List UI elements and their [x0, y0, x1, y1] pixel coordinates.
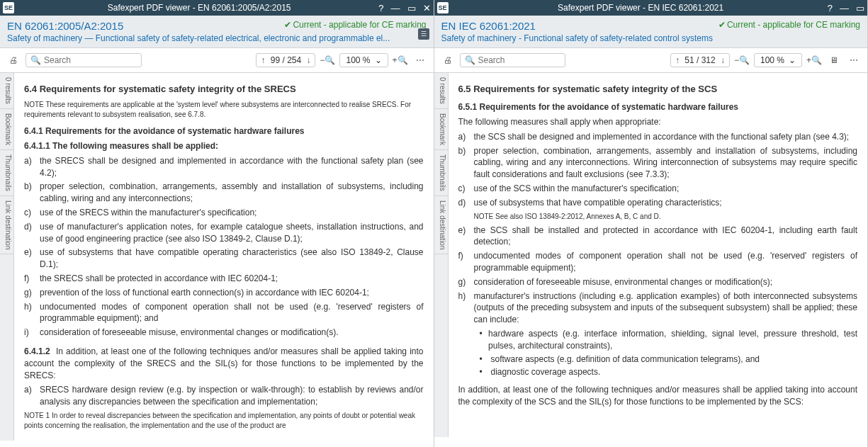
list-item: f)undocumented modes of component operat…	[458, 250, 858, 274]
app-logo-icon: SE	[3, 2, 14, 13]
tab-link-destination[interactable]: Link destination	[434, 196, 448, 255]
list-item: a)the SRECS shall be designed and implem…	[24, 155, 424, 179]
list-item: g)prevention of the loss of functional e…	[24, 287, 424, 299]
page-indicator: 51 / 312	[682, 55, 718, 65]
page-up-icon[interactable]: ↑	[261, 55, 265, 65]
list-item: b)proper selection, combination, arrange…	[24, 181, 424, 205]
doc-header-right: EN IEC 62061:2021 Safety of machinery - …	[434, 16, 868, 48]
list-item: d)use of subsystems that have compatible…	[458, 197, 858, 209]
heading: 6.4.1.1 The following measures shall be …	[24, 140, 424, 152]
list-item: f)the SRECS shall be protected in accord…	[24, 273, 424, 285]
zoom-out-icon[interactable]: −🔍	[320, 52, 335, 68]
tab-bookmark[interactable]: Bookmark	[0, 109, 13, 150]
paragraph: In addition, at least one of the followi…	[458, 384, 858, 408]
more-icon[interactable]: ⋯	[412, 52, 428, 68]
more-icon[interactable]: ⋯	[846, 52, 862, 68]
list-item: c)use of the SCS within the manufacturer…	[458, 183, 858, 195]
zoom-select[interactable]: 100 % ⌄	[754, 53, 802, 67]
tab-bookmark[interactable]: Bookmark	[434, 109, 448, 150]
list-item: h)manufacturer's instructions (including…	[458, 290, 858, 326]
panel-menu-icon[interactable]: ☰	[418, 28, 429, 40]
titlebar-right: SE Safexpert PDF viewer - EN IEC 62061:2…	[434, 0, 868, 16]
list-item: e)use of subsystems that have compatible…	[24, 247, 424, 271]
print-button[interactable]: 🖨	[6, 52, 21, 68]
list-item: a)SRECS hardware design review (e.g. by …	[24, 384, 424, 408]
side-tabs-right: 0 results Bookmark Thumbnails Link desti…	[434, 73, 449, 437]
check-icon: ✔	[284, 20, 291, 30]
note: NOTE 1 In order to reveal discrepancies …	[24, 411, 424, 431]
bullet-item: •hardware aspects (e.g. interface inform…	[480, 328, 858, 352]
search-icon: 🔍	[30, 55, 41, 65]
page-nav: ↑ 99 / 254 ↓	[256, 53, 315, 67]
list-item: e)the SCS shall be installed and protect…	[458, 225, 858, 249]
side-tabs-left: 0 results Bookmark Thumbnails Link desti…	[0, 73, 14, 441]
maximize-icon[interactable]: ▭	[856, 3, 864, 13]
heading: 6.4 Requirements for systematic safety i…	[24, 83, 424, 96]
standard-subtitle: Safety of machinery — Functional safety …	[7, 33, 404, 43]
zoom-value: 100 %	[346, 55, 370, 65]
h-scrollbar[interactable]	[434, 437, 868, 447]
list-item: a)the SCS shall be designed and implemen…	[458, 131, 858, 143]
page-down-icon[interactable]: ↓	[721, 55, 725, 65]
close-icon[interactable]: ✕	[423, 3, 431, 13]
titlebar-left: SE Safexpert PDF viewer - EN 62061:2005/…	[0, 0, 434, 16]
maximize-icon[interactable]: ▭	[407, 3, 416, 13]
search-icon: 🔍	[465, 55, 475, 65]
monitor-icon[interactable]: 🖥	[826, 52, 842, 68]
chevron-down-icon: ⌄	[375, 55, 382, 65]
list-item: b)proper selection, combination, arrange…	[458, 145, 858, 181]
zoom-in-icon[interactable]: +🔍	[806, 52, 822, 68]
check-icon: ✔	[718, 20, 726, 30]
search-input[interactable]	[478, 55, 561, 65]
minimize-icon[interactable]: —	[391, 3, 400, 13]
app-left: SE Safexpert PDF viewer - EN 62061:2005/…	[0, 0, 434, 447]
zoom-select[interactable]: 100 % ⌄	[339, 53, 388, 67]
doc-header-left: EN 62061:2005/A2:2015 Safety of machiner…	[0, 16, 434, 48]
app-logo-icon: SE	[437, 2, 449, 13]
list-item: g)consideration of foreseeable misuse, e…	[458, 276, 858, 288]
zoom-out-icon[interactable]: −🔍	[734, 52, 750, 68]
paragraph: 6.4.1.2 In addition, at least one of the…	[24, 346, 424, 381]
search-input-wrap[interactable]: 🔍	[460, 53, 566, 67]
status-text: Current - applicable for CE marking	[293, 20, 426, 30]
document-content-right[interactable]: 6.5 Requirements for systematic safety i…	[449, 73, 868, 437]
zoom-value: 100 %	[760, 55, 784, 65]
status-badge: ✔Current - applicable for CE marking	[284, 20, 426, 30]
page-down-icon[interactable]: ↓	[306, 55, 310, 65]
heading: 6.4.1 Requirements for the avoidance of …	[24, 125, 424, 137]
tab-results[interactable]: 0 results	[434, 73, 448, 109]
tab-link-destination[interactable]: Link destination	[0, 196, 13, 255]
tab-thumbnails[interactable]: Thumbnails	[434, 150, 448, 196]
heading: 6.5 Requirements for systematic safety i…	[458, 83, 858, 96]
toolbar-left: 🖨 🔍 ↑ 99 / 254 ↓ −🔍 100 % ⌄ +🔍 ⋯	[0, 48, 434, 73]
zoom-in-icon[interactable]: +🔍	[393, 52, 408, 68]
chevron-down-icon: ⌄	[789, 55, 796, 65]
note: NOTE These requirements are applicable a…	[24, 100, 424, 120]
list-item: i)consideration of foreseeable misuse, e…	[24, 327, 424, 339]
search-input-wrap[interactable]: 🔍	[26, 53, 142, 67]
tab-results[interactable]: 0 results	[0, 73, 13, 109]
list-item: c)use of the SRECS within the manufactur…	[24, 207, 424, 219]
page-nav: ↑ 51 / 312 ↓	[670, 53, 730, 67]
page-up-icon[interactable]: ↑	[675, 55, 680, 65]
paragraph: The following measures shall apply when …	[458, 116, 858, 128]
toolbar-right: 🖨 🔍 ↑ 51 / 312 ↓ −🔍 100 % ⌄ +🔍 🖥 ⋯	[434, 48, 868, 73]
app-right: SE Safexpert PDF viewer - EN IEC 62061:2…	[434, 0, 869, 447]
note: NOTE See also ISO 13849-2:2012, Annexes …	[474, 212, 858, 222]
tab-thumbnails[interactable]: Thumbnails	[0, 150, 13, 196]
search-input[interactable]	[44, 55, 137, 65]
standard-subtitle: Safety of machinery - Functional safety …	[441, 33, 838, 43]
minimize-icon[interactable]: —	[840, 3, 849, 13]
window-title: Safexpert PDF viewer - EN IEC 62061:2021	[454, 3, 828, 13]
window-title: Safexpert PDF viewer - EN 62061:2005/A2:…	[20, 3, 378, 13]
status-badge: ✔Current - applicable for CE marking	[718, 20, 860, 30]
help-icon[interactable]: ?	[828, 3, 833, 13]
status-text: Current - applicable for CE marking	[727, 20, 860, 30]
list-item: d)use of manufacturer's application note…	[24, 221, 424, 245]
print-button[interactable]: 🖨	[440, 52, 456, 68]
help-icon[interactable]: ?	[378, 3, 383, 13]
page-indicator: 99 / 254	[268, 55, 303, 65]
list-item: h)undocumented modes of component operat…	[24, 301, 424, 325]
bullet-item: •diagnostic coverage aspects.	[480, 366, 858, 378]
document-content-left[interactable]: 6.4 Requirements for systematic safety i…	[14, 73, 434, 441]
